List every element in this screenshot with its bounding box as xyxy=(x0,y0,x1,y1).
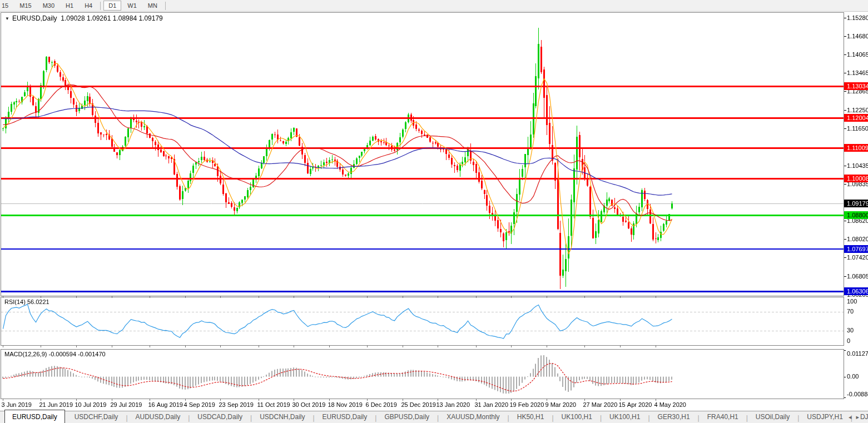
tab-uk100-h1[interactable]: UK100,H1 xyxy=(554,411,599,423)
tab-usdcad-daily[interactable]: USDCAD,Daily xyxy=(190,411,250,423)
tab-usdjpy-h1[interactable]: USDJPY,H1 xyxy=(800,411,850,423)
tab-separator: | xyxy=(552,414,553,422)
price-chart-canvas[interactable] xyxy=(0,12,868,411)
chart-tab-bar: EURUSD,DailyUSDCHF,Daily|AUDUSD,Daily|US… xyxy=(0,411,868,423)
tab-audusd-daily[interactable]: AUDUSD,Daily xyxy=(128,411,188,423)
tab-scroll-arrows: ◂▸ xyxy=(849,414,864,421)
tab-usdchf-daily[interactable]: USDCHF,Daily xyxy=(67,411,126,423)
toolbar-separator xyxy=(165,2,166,10)
tab-separator: | xyxy=(648,414,649,422)
tab-separator: | xyxy=(600,414,602,422)
timeframe-toolbar: 15M15M30H1H4D1W1MN xyxy=(0,0,868,12)
tabs-scroll-left-icon[interactable]: ◂ xyxy=(849,414,856,420)
tab-separator: | xyxy=(437,414,439,422)
tab-xauusd-monthly[interactable]: XAUUSD,Monthly xyxy=(439,411,507,423)
tab-usdcnh-daily[interactable]: USDCNH,Daily xyxy=(252,411,312,423)
timeframe-button-m30[interactable]: M30 xyxy=(38,1,59,11)
timeframe-button-h1[interactable]: H1 xyxy=(61,1,78,11)
tab-separator: | xyxy=(375,414,376,422)
timeframe-button-d1[interactable]: D1 xyxy=(103,1,121,11)
tab-ger30-h1[interactable]: GER30,H1 xyxy=(651,411,697,423)
tab-fra40-h1[interactable]: FRA40,H1 xyxy=(700,411,746,423)
tab-separator: | xyxy=(126,414,127,422)
timeframe-button-w1[interactable]: W1 xyxy=(122,1,142,11)
tab-eurusd-daily[interactable]: EURUSD,Daily xyxy=(315,411,375,423)
tab-separator: | xyxy=(188,414,190,422)
chart-window: ▼EURUSD,Daily 1.09028 1.09261 1.08984 1.… xyxy=(0,12,868,411)
tab-separator: | xyxy=(797,414,799,422)
tab-uk100-h1[interactable]: UK100,H1 xyxy=(602,411,647,423)
tab-eurusd-daily[interactable]: EURUSD,Daily xyxy=(4,410,65,423)
tab-usoil-daily[interactable]: USOil,Daily xyxy=(748,411,797,423)
tabs-scroll-right-icon[interactable]: ▸ xyxy=(856,414,864,420)
timeframe-button-15[interactable]: 15 xyxy=(1,1,13,11)
tab-separator: | xyxy=(313,414,314,422)
tab-separator: | xyxy=(698,414,700,422)
tab-gbpusd-daily[interactable]: GBPUSD,Daily xyxy=(377,411,437,423)
tab-separator: | xyxy=(746,414,748,422)
toolbar-separator xyxy=(100,2,101,10)
tab-separator: | xyxy=(250,414,252,422)
timeframe-button-h4[interactable]: H4 xyxy=(80,1,97,11)
tab-separator: | xyxy=(508,414,509,422)
tab-hk50-h1[interactable]: HK50,H1 xyxy=(510,411,552,423)
timeframe-button-m15[interactable]: M15 xyxy=(14,1,36,11)
timeframe-button-mn[interactable]: MN xyxy=(143,1,162,11)
